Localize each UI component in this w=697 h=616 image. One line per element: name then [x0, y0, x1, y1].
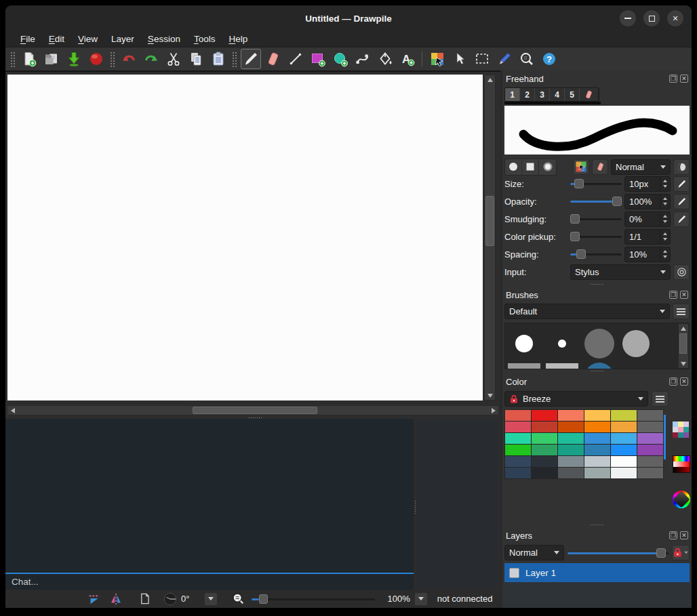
titlebar[interactable]: Untitled — Drawpile ✕ [5, 5, 692, 31]
palette-swatch[interactable] [505, 468, 531, 478]
palette-swatch[interactable] [584, 456, 610, 467]
scroll-up-arrow[interactable] [485, 75, 495, 84]
brush-slot-5[interactable]: 5 [565, 88, 580, 101]
copy-button[interactable] [186, 49, 206, 69]
selection-button[interactable] [450, 49, 470, 69]
zoom-slider[interactable] [252, 594, 375, 604]
spacing-slider[interactable] [570, 249, 622, 260]
smudging-pressure-button[interactable] [673, 211, 690, 227]
horizontal-scroll-thumb[interactable] [193, 407, 317, 414]
rectangle-button[interactable] [308, 49, 328, 69]
dock-splitter[interactable] [502, 369, 692, 373]
float-dock-icon[interactable]: ❐ [669, 531, 677, 539]
opacity-spinbox[interactable]: 100% [624, 194, 671, 209]
menu-session[interactable]: Session [141, 33, 187, 45]
palette-swatch[interactable] [584, 433, 610, 444]
paste-button[interactable] [208, 49, 228, 69]
close-dock-icon[interactable]: ✕ [680, 75, 688, 83]
palette-swatch[interactable] [532, 456, 557, 467]
flip-horizontal-button[interactable] [86, 592, 102, 607]
freehand-brush-button[interactable] [241, 49, 261, 69]
palette-swatch[interactable] [532, 445, 557, 455]
brush-slot-1[interactable]: 1 [505, 88, 520, 101]
stabilizer-button[interactable] [673, 159, 690, 175]
input-combo[interactable]: Stylus [570, 264, 671, 280]
menu-view[interactable]: View [71, 33, 104, 45]
color-wheel-tab[interactable] [673, 491, 689, 507]
chat-splitter-handle[interactable] [248, 417, 263, 419]
eraser-button[interactable] [263, 49, 283, 69]
rgb-sliders-tab[interactable] [673, 455, 689, 472]
palette-swatch[interactable] [584, 422, 610, 432]
opacity-pressure-button[interactable] [673, 194, 690, 209]
brush-preset-group-combo[interactable]: Default [504, 304, 670, 319]
annotation-button[interactable]: A [397, 49, 418, 69]
layer-opacity-slider[interactable] [567, 548, 669, 558]
soft-round-brush-button[interactable] [539, 159, 556, 175]
toolbar-drag-handle[interactable] [231, 51, 237, 67]
minimize-button[interactable] [620, 10, 636, 26]
toolbar-drag-handle[interactable] [109, 51, 115, 67]
close-dock-icon[interactable]: ✕ [680, 377, 688, 386]
palette-swatch[interactable] [532, 433, 557, 444]
palette-combo[interactable]: Breeze [504, 391, 648, 407]
dock-splitter[interactable] [502, 523, 692, 527]
brush-preset[interactable] [558, 340, 566, 348]
flip-vertical-button[interactable] [108, 592, 124, 607]
palette-swatch[interactable] [558, 456, 584, 467]
blend-mode-combo[interactable]: Normal [611, 159, 671, 175]
palette-swatch[interactable] [505, 445, 531, 455]
layer-opacity-handle[interactable] [656, 548, 666, 558]
palette-swatch[interactable] [611, 410, 637, 421]
line-button[interactable] [285, 49, 306, 69]
opacity-slider[interactable] [570, 196, 622, 207]
layer-visibility-checkbox[interactable] [509, 568, 519, 578]
menu-edit[interactable]: Edit [42, 33, 71, 45]
brush-slot-3[interactable]: 3 [535, 88, 550, 101]
smudging-spinbox[interactable]: 0% [624, 211, 671, 227]
palette-swatch[interactable] [611, 468, 637, 478]
palette-swatch[interactable] [637, 445, 663, 455]
palette-swatch[interactable] [637, 433, 663, 444]
eraser-mode-button[interactable] [592, 159, 608, 175]
palette-swatch[interactable] [532, 410, 557, 421]
palette-swatch[interactable] [611, 433, 637, 444]
brush-preset[interactable] [622, 330, 650, 357]
undo-button[interactable] [119, 49, 139, 69]
ellipse-button[interactable] [330, 49, 351, 69]
palette-swatch[interactable] [611, 456, 637, 467]
palette-swatch[interactable] [505, 410, 531, 421]
close-button[interactable]: ✕ [667, 10, 683, 26]
brush-preset[interactable] [584, 329, 614, 358]
close-dock-icon[interactable]: ✕ [680, 291, 688, 299]
brush-preset[interactable] [515, 335, 533, 352]
palette-swatch[interactable] [584, 468, 610, 478]
brush-color-button[interactable] [573, 159, 589, 175]
float-dock-icon[interactable]: ❐ [669, 377, 677, 386]
palette-swatch[interactable] [584, 445, 610, 455]
fill-button[interactable] [375, 49, 395, 69]
menu-file[interactable]: File [14, 33, 42, 45]
brush-slot-eraser[interactable] [580, 88, 598, 101]
float-dock-icon[interactable]: ❐ [669, 291, 677, 299]
zoom-slider-handle[interactable] [259, 594, 268, 604]
palette-swatch[interactable] [558, 445, 584, 455]
rotation-dropdown-button[interactable] [204, 592, 218, 606]
menu-help[interactable]: Help [222, 33, 254, 45]
colorpickup-slider[interactable] [570, 231, 622, 242]
brush-preset[interactable] [584, 363, 614, 369]
scroll-right-arrow[interactable] [488, 406, 498, 415]
rotation-reset-button[interactable] [162, 592, 178, 607]
colorpickup-spinbox[interactable]: 1/1 [624, 229, 671, 245]
brush-slot-4[interactable]: 4 [550, 88, 565, 101]
palette-swatch[interactable] [584, 410, 610, 421]
save-download-button[interactable] [64, 49, 84, 69]
dock-splitter[interactable] [502, 283, 692, 287]
record-button[interactable] [86, 49, 106, 69]
canvas[interactable] [7, 75, 483, 401]
palette-grid-tab[interactable] [673, 422, 689, 438]
pressure-curve-button[interactable] [673, 264, 690, 280]
chat-userlist-splitter[interactable] [414, 419, 417, 590]
rect-selection-button[interactable] [472, 49, 492, 69]
brush-preset[interactable] [508, 363, 540, 369]
